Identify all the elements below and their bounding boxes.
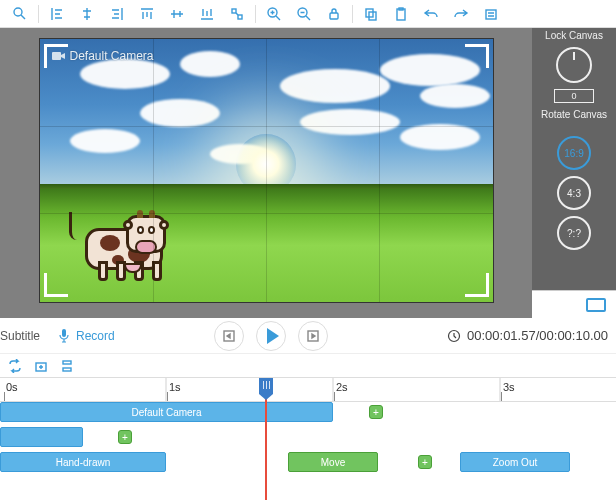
align-top-icon[interactable] bbox=[133, 2, 161, 26]
playhead-handle[interactable] bbox=[259, 378, 273, 394]
ruler-tick-3s: 3s bbox=[503, 381, 515, 393]
microphone-icon bbox=[58, 328, 70, 344]
undo-icon[interactable] bbox=[417, 2, 445, 26]
tracks: Default Camera + + Hand-drawn Move + Zoo… bbox=[0, 402, 616, 472]
clip-hand-drawn[interactable]: Hand-drawn bbox=[0, 452, 166, 472]
subtitle-button[interactable]: Subtitle bbox=[0, 329, 40, 343]
lock-icon[interactable] bbox=[320, 2, 348, 26]
align-bottom-icon[interactable] bbox=[193, 2, 221, 26]
prev-frame-button[interactable] bbox=[214, 321, 244, 351]
copy-icon[interactable] bbox=[357, 2, 385, 26]
ruler-tick-0s: 0s bbox=[6, 381, 18, 393]
zoom-in-icon[interactable] bbox=[260, 2, 288, 26]
loop-icon[interactable] bbox=[6, 357, 24, 375]
transport-bar: Subtitle Record 00:00:01.57/00:00:10.00 bbox=[0, 318, 616, 354]
svg-rect-18 bbox=[63, 368, 71, 371]
track-options-icon[interactable] bbox=[58, 357, 76, 375]
svg-rect-17 bbox=[63, 361, 71, 364]
ruler-tick-2s: 2s bbox=[336, 381, 348, 393]
paste-icon[interactable] bbox=[387, 2, 415, 26]
top-toolbar bbox=[0, 0, 616, 28]
device-preview-icon[interactable] bbox=[586, 298, 606, 312]
clip-move[interactable]: Move bbox=[288, 452, 378, 472]
svg-rect-2 bbox=[238, 15, 242, 19]
cow-character[interactable] bbox=[75, 204, 185, 284]
track-camera[interactable]: Default Camera + bbox=[0, 402, 616, 422]
align-left-icon[interactable] bbox=[43, 2, 71, 26]
camera-icon bbox=[52, 51, 66, 61]
keyframe-button[interactable]: + bbox=[369, 405, 383, 419]
align-right-icon[interactable] bbox=[103, 2, 131, 26]
svg-point-0 bbox=[14, 8, 22, 16]
next-frame-button[interactable] bbox=[298, 321, 328, 351]
canvas-area[interactable]: Default Camera bbox=[0, 28, 532, 318]
timeline[interactable]: 0s 1s 2s 3s Default Camera + + Hand-draw… bbox=[0, 378, 616, 500]
aspect-16-9-button[interactable]: 16:9 bbox=[557, 136, 591, 170]
play-icon bbox=[267, 328, 279, 344]
side-panel: Lock Canvas 0 Rotate Canvas 16:9 4:3 ?:? bbox=[532, 28, 616, 318]
rotate-dial[interactable] bbox=[556, 47, 592, 83]
svg-rect-10 bbox=[486, 10, 496, 19]
align-middle-v-icon[interactable] bbox=[163, 2, 191, 26]
svg-rect-5 bbox=[330, 13, 338, 19]
svg-rect-12 bbox=[62, 329, 66, 337]
timecode: 00:00:01.57/00:00:10.00 bbox=[428, 328, 608, 343]
rotate-canvas-label: Rotate Canvas bbox=[541, 109, 607, 120]
clip-zoom-out[interactable]: Zoom Out bbox=[460, 452, 570, 472]
clip-default-camera[interactable]: Default Camera bbox=[0, 402, 333, 422]
add-track-icon[interactable] bbox=[32, 357, 50, 375]
track-effects[interactable]: Hand-drawn Move + Zoom Out bbox=[0, 452, 616, 472]
stage[interactable]: Default Camera bbox=[39, 38, 494, 303]
rotation-value-input[interactable]: 0 bbox=[554, 89, 594, 103]
view-mode-icon[interactable] bbox=[6, 2, 34, 26]
device-preview-bar bbox=[532, 290, 616, 318]
ruler-tick-1s: 1s bbox=[169, 381, 181, 393]
clock-icon bbox=[447, 329, 461, 343]
play-button[interactable] bbox=[256, 321, 286, 351]
settings-icon[interactable] bbox=[477, 2, 505, 26]
aspect-4-3-button[interactable]: 4:3 bbox=[557, 176, 591, 210]
timeline-ruler[interactable]: 0s 1s 2s 3s bbox=[0, 378, 616, 402]
track-tools bbox=[0, 354, 616, 378]
lock-canvas-label: Lock Canvas bbox=[545, 30, 603, 41]
keyframe-button[interactable]: + bbox=[118, 430, 132, 444]
zoom-out-icon[interactable] bbox=[290, 2, 318, 26]
svg-rect-11 bbox=[52, 52, 61, 60]
distribute-icon[interactable] bbox=[223, 2, 251, 26]
clip-blue-short[interactable] bbox=[0, 427, 83, 447]
track-spacer1[interactable]: + bbox=[0, 427, 616, 447]
keyframe-button[interactable]: + bbox=[418, 455, 432, 469]
aspect-custom-button[interactable]: ?:? bbox=[557, 216, 591, 250]
svg-rect-1 bbox=[232, 9, 236, 13]
redo-icon[interactable] bbox=[447, 2, 475, 26]
align-center-h-icon[interactable] bbox=[73, 2, 101, 26]
camera-label: Default Camera bbox=[52, 49, 154, 63]
record-button[interactable]: Record bbox=[76, 329, 115, 343]
